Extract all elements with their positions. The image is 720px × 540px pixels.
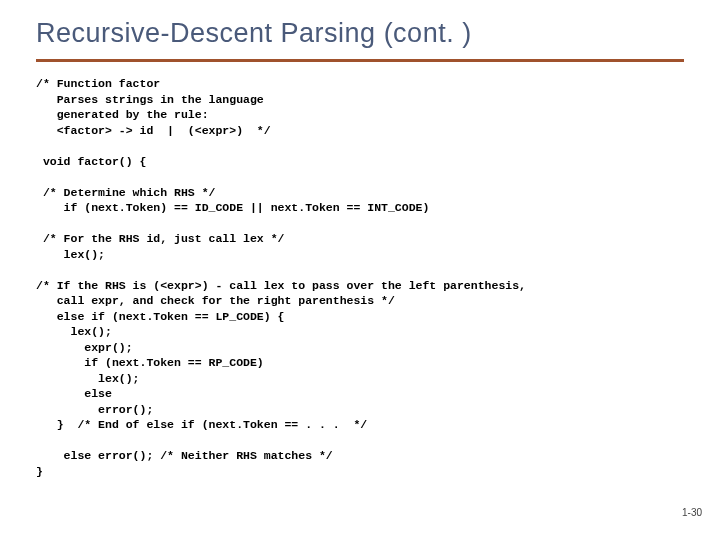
slide-container: Recursive-Descent Parsing (cont. ) /* Fu… — [0, 0, 720, 540]
code-block: /* Function factor Parses strings in the… — [36, 76, 684, 479]
title-rule — [36, 59, 684, 62]
slide-title: Recursive-Descent Parsing (cont. ) — [36, 18, 684, 49]
page-number: 1-30 — [682, 507, 702, 518]
